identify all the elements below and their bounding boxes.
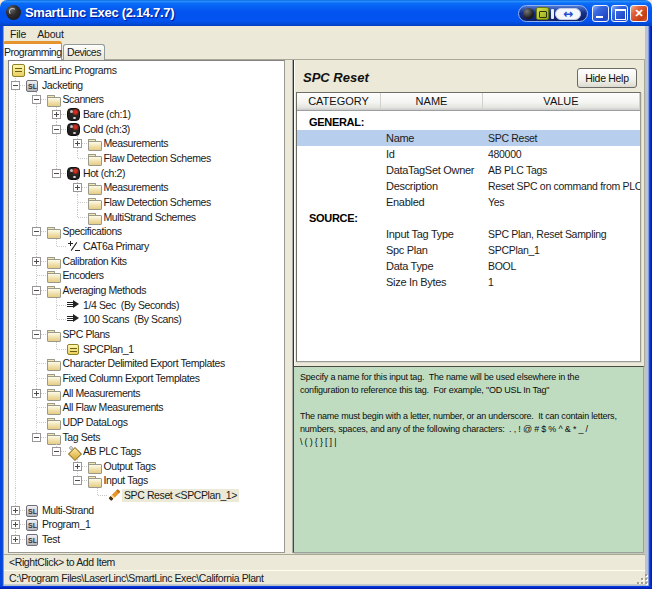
tree-expand-icon[interactable] [11, 535, 20, 544]
tree-item-label[interactable]: Encoders [61, 269, 106, 282]
tree-item-label[interactable]: Input Tags [102, 474, 150, 487]
tree-item[interactable]: Encoders [9, 268, 284, 283]
tree-item[interactable]: SPC Reset <SPCPlan_1> [9, 488, 284, 503]
tree-item-label[interactable]: Scanners [61, 93, 106, 106]
tree-item-label[interactable]: Tag Sets [61, 431, 103, 444]
tree-item-label[interactable]: Flaw Detection Schemes [102, 152, 213, 165]
tree-item-label[interactable]: SPC Plans [61, 328, 112, 341]
tree-item-label[interactable]: Measurements [102, 181, 171, 194]
tab-devices[interactable]: Devices [63, 44, 105, 60]
tree-expand-icon[interactable] [32, 257, 41, 266]
tab-programming[interactable]: Programming [3, 41, 62, 60]
tree-collapse-icon[interactable] [52, 447, 61, 456]
grid-row[interactable]: NameSPC Reset [297, 130, 640, 146]
tree-item[interactable]: Program_1 [9, 517, 284, 532]
tree-expand-icon[interactable] [73, 462, 82, 471]
tree-item-label[interactable]: Program_1 [40, 518, 92, 531]
tree-item-label[interactable]: Hot (ch:2) [81, 167, 127, 180]
grid-prop-value[interactable]: BOOL [488, 258, 516, 274]
tree-expand-icon[interactable] [73, 139, 82, 148]
tree-item[interactable]: Fixed Column Export Templates [9, 371, 284, 386]
tree-collapse-icon[interactable] [32, 95, 41, 104]
tree-item[interactable]: 1/4 Sec (By Seconds) [9, 298, 284, 313]
tree-collapse-icon[interactable] [52, 125, 61, 134]
grid-prop-value[interactable]: 1 [488, 274, 494, 290]
tree-item[interactable]: Hot (ch:2) [9, 166, 284, 181]
tree-item-label[interactable]: Flaw Detection Schemes [102, 196, 213, 209]
grid-row[interactable]: GENERAL: [297, 114, 640, 130]
minimize-button[interactable] [592, 5, 609, 22]
tree-item[interactable]: 100 Scans (By Scans) [9, 312, 284, 327]
tree-item[interactable]: Flaw Detection Schemes [9, 151, 284, 166]
tree-item-label[interactable]: Character Delimited Export Templates [61, 357, 227, 370]
swap-arrows-icon[interactable]: ↔ [555, 8, 581, 20]
tree-item[interactable]: Test [9, 532, 284, 547]
tree-item[interactable]: Averaging Methods [9, 283, 284, 298]
tree-item-label[interactable]: CAT6a Primary [81, 240, 151, 253]
tree-collapse-icon[interactable] [32, 286, 41, 295]
tree-item[interactable]: MultiStrand Schemes [9, 210, 284, 225]
tree-item[interactable]: Calibration Kits [9, 254, 284, 269]
tree-item[interactable]: Output Tags [9, 459, 284, 474]
tree-expand-icon[interactable] [11, 506, 20, 515]
tree-expand-icon[interactable] [32, 389, 41, 398]
tree-item-label[interactable]: All Measurements [61, 387, 143, 400]
tree-item[interactable]: UDP DataLogs [9, 415, 284, 430]
tree-item[interactable]: SPCPlan_1 [9, 342, 284, 357]
tree-item-label[interactable]: All Flaw Measurements [61, 401, 166, 414]
tree-collapse-icon[interactable] [32, 227, 41, 236]
tree-item-label[interactable]: UDP DataLogs [61, 416, 130, 429]
tree-collapse-icon[interactable] [52, 169, 61, 178]
grid-row[interactable]: DataTagSet OwnerAB PLC Tags [297, 162, 640, 178]
tree-collapse-icon[interactable] [32, 433, 41, 442]
grid-column-name[interactable]: NAME [381, 93, 483, 110]
tree-item-label[interactable]: Multi-Strand [40, 504, 96, 517]
grid-row[interactable]: Id480000 [297, 146, 640, 162]
menu-file[interactable]: File [6, 27, 30, 41]
tree-item-label[interactable]: Fixed Column Export Templates [61, 372, 202, 385]
tree-item[interactable]: Scanners [9, 92, 284, 107]
tree-item-label[interactable]: Test [40, 533, 62, 546]
tree-item[interactable]: AB PLC Tags [9, 444, 284, 459]
tree-item-label[interactable]: AB PLC Tags [81, 445, 143, 458]
tree-item-label[interactable]: Calibration Kits [61, 255, 129, 268]
tree-expand-icon[interactable] [52, 110, 61, 119]
tree-item[interactable]: Tag Sets [9, 430, 284, 445]
grid-prop-value[interactable]: SPC Plan, Reset Sampling [488, 226, 606, 242]
grid-column-value[interactable]: VALUE [483, 93, 640, 110]
tree-item[interactable]: All Flaw Measurements [9, 400, 284, 415]
tree-item[interactable]: Bare (ch:1) [9, 107, 284, 122]
grid-prop-value[interactable]: Yes [488, 194, 504, 210]
tree-item-label[interactable]: Cold (ch:3) [81, 123, 132, 136]
tree-item[interactable]: Character Delimited Export Templates [9, 356, 284, 371]
tree-item[interactable]: Multi-Strand [9, 503, 284, 518]
tree-item[interactable]: CAT6a Primary [9, 239, 284, 254]
tree-item-label[interactable]: SmartLinc Programs [26, 64, 119, 77]
grid-prop-value[interactable]: 480000 [488, 146, 521, 162]
tree-item-label[interactable]: Jacketing [40, 79, 85, 92]
maximize-button[interactable] [611, 5, 628, 22]
tree-item-label[interactable]: 1/4 Sec (By Seconds) [81, 299, 181, 312]
tree-item-label[interactable]: 100 Scans (By Scans) [81, 313, 183, 326]
grid-row[interactable]: Size In Bytes1 [297, 274, 640, 290]
grid-prop-value[interactable]: Reset SPC on command from PLC [488, 178, 641, 194]
tree-item[interactable]: SmartLinc Programs [9, 63, 284, 78]
tree-item[interactable]: Input Tags [9, 473, 284, 488]
green-status-icon[interactable] [536, 7, 549, 20]
laserlinc-logo-icon[interactable] [523, 8, 534, 19]
title-bar[interactable]: SmartLinc Exec (2.14.7.7) ↔ [0, 0, 652, 26]
grid-row[interactable]: Input Tag TypeSPC Plan, Reset Sampling [297, 226, 640, 242]
tree-item-label[interactable]: SPC Reset <SPCPlan_1> [122, 489, 239, 502]
grid-row[interactable]: EnabledYes [297, 194, 640, 210]
grid-prop-value[interactable]: SPCPlan_1 [488, 242, 540, 258]
grid-row[interactable]: DescriptionReset SPC on command from PLC [297, 178, 640, 194]
grid-row[interactable]: Spc PlanSPCPlan_1 [297, 242, 640, 258]
grid-row[interactable]: SOURCE: [297, 210, 640, 226]
tree-item[interactable]: Jacketing [9, 78, 284, 93]
grid-prop-value[interactable]: SPC Reset [488, 130, 537, 146]
menu-about[interactable]: About [33, 27, 67, 41]
tree-expand-icon[interactable] [11, 520, 20, 529]
close-button[interactable] [630, 5, 648, 22]
tree-item[interactable]: Measurements [9, 180, 284, 195]
tree-item[interactable]: Measurements [9, 136, 284, 151]
